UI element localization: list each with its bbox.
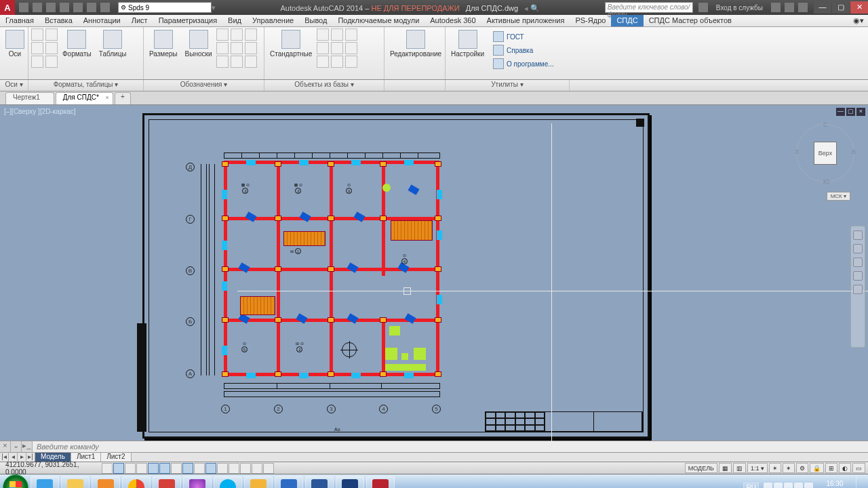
task-app3[interactable] [275,476,303,488]
tray-icon[interactable] [764,483,772,489]
infer-toggle[interactable] [102,463,113,474]
3dosnap-toggle[interactable] [171,463,182,474]
standard-button[interactable]: Стандартные [267,28,315,59]
qat-save-icon[interactable] [46,3,56,12]
lock-ui-icon[interactable]: 🔒 [810,463,824,473]
task-outlook[interactable] [244,476,273,488]
panel-label-annotations[interactable]: Обозначения ▾ [144,80,264,91]
qat-new-icon[interactable] [19,3,28,12]
model-space-button[interactable]: МОДЕЛЬ [685,463,717,473]
vp-minimize-icon[interactable]: — [836,108,845,116]
task-autocad[interactable] [366,476,395,488]
grid-toggle[interactable] [125,463,136,474]
panel-label-formats[interactable]: Форматы, таблицы ▾ [28,80,144,91]
menu-home[interactable]: Главная [0,15,39,26]
mini-icon[interactable] [31,28,43,41]
qat-plot-icon[interactable] [73,3,83,12]
menu-plugins[interactable]: Подключаемые модули [332,15,425,26]
nav-showmotion-icon[interactable] [853,285,863,294]
cmd-close-icon[interactable]: × [0,441,11,452]
status-icon[interactable]: ▥ [733,463,746,473]
dyn-toggle[interactable] [205,463,216,474]
tray-network-icon[interactable] [794,483,803,489]
panel-label-util[interactable]: Утилиты ▾ [446,80,570,91]
close-button[interactable]: ✕ [850,1,868,14]
menu-output[interactable]: Вывод [299,15,332,26]
am-toggle[interactable] [263,463,274,474]
tray-icon[interactable] [784,483,793,489]
cmd-config-icon[interactable]: ⌄ [11,441,22,452]
task-app1[interactable] [153,476,181,488]
polar-toggle[interactable] [148,463,159,474]
autodesk360-icon[interactable] [698,3,708,12]
task-explorer[interactable] [61,476,90,488]
task-ie[interactable] [31,476,59,488]
menu-a360[interactable]: Autodesk 360 [425,15,481,26]
qat-open-icon[interactable] [33,3,42,12]
about-link[interactable]: О программе... [493,58,554,69]
formats-button[interactable]: Форматы [60,28,94,59]
doc-tab-1[interactable]: Чертеж1 [5,92,54,104]
task-chrome[interactable] [122,476,151,488]
menu-manage[interactable]: Управление [247,15,299,26]
ducs-toggle[interactable] [194,463,205,474]
app-logo[interactable]: A [0,0,15,15]
menu-layout[interactable]: Лист [126,15,153,26]
sign-in-link[interactable]: Вход в службы [713,4,766,12]
menu-spds[interactable]: СПДС [611,15,643,26]
nav-orbit-icon[interactable] [853,271,863,281]
tpy-toggle[interactable] [229,463,239,474]
panel-label-axes[interactable]: Оси ▾ [0,80,28,91]
command-input[interactable] [33,441,868,452]
exchange-icon[interactable] [771,3,781,12]
help-search-input[interactable]: Введите ключевое слово/фразу [605,2,693,13]
workspace-icon[interactable]: ⚙ [796,463,808,473]
show-desktop-button[interactable] [856,477,861,488]
gost-link[interactable]: ГОСТ [493,31,554,42]
isolate-icon[interactable]: ◐ [839,463,851,473]
tray-volume-icon[interactable] [804,483,813,489]
task-skype[interactable] [214,476,242,488]
status-icon[interactable]: ▦ [719,463,732,473]
snap-toggle[interactable] [113,463,124,474]
nav-wheel-icon[interactable] [853,230,863,240]
menu-insert[interactable]: Вставка [39,15,78,26]
doc-tab-2[interactable]: Для СПДС*× [56,92,113,104]
menu-annotate[interactable]: Аннотации [78,15,126,26]
menu-ps-core[interactable]: PS-Ядро [570,15,611,26]
menu-parametric[interactable]: Параметризация [153,15,222,26]
anno-scale-button[interactable]: 1:1 ▾ [747,463,768,473]
dimensions-button[interactable]: Размеры [146,28,180,59]
ucs-dropdown[interactable]: МСК ▾ [827,192,850,201]
maximize-button[interactable]: ▢ [832,1,850,14]
stay-connected-icon[interactable] [785,3,794,12]
nav-pan-icon[interactable] [853,244,863,253]
anno-vis-icon[interactable]: ✶ [769,463,781,473]
qat-undo-icon[interactable] [87,3,96,12]
clean-screen-icon[interactable]: ▭ [852,463,865,473]
hardware-accel-icon[interactable]: ⊞ [825,463,837,473]
axes-button[interactable]: Оси [3,28,27,59]
clock[interactable]: 16:3025.03.2015 [818,480,852,488]
style-dropdown[interactable]: Spds 9 [118,2,212,13]
settings-button[interactable]: Настройки [448,28,487,59]
ortho-toggle[interactable] [136,463,147,474]
minimize-button[interactable]: — [814,1,831,14]
start-button[interactable] [3,474,28,488]
panel-label-base[interactable]: Объекты из базы ▾ [264,80,384,91]
close-tab-icon[interactable]: × [106,94,109,101]
sc-toggle[interactable] [252,463,262,474]
task-word[interactable] [305,476,334,488]
lwt-toggle[interactable] [217,463,228,474]
leaders-button[interactable]: Выноски [182,28,215,59]
language-indicator[interactable]: RU [743,483,758,489]
menu-view[interactable]: Вид [222,15,247,26]
otrack-toggle[interactable] [182,463,193,474]
task-app2[interactable] [183,476,212,488]
nav-zoom-icon[interactable] [853,258,863,267]
layout-sheet2-tab[interactable]: Лист2 [101,453,131,462]
help-link[interactable]: Справка [493,45,554,56]
menu-spds-master[interactable]: СПДС Мастер объектов [644,15,737,26]
ribbon-collapse-icon[interactable]: ◉▾ [849,15,868,26]
anno-auto-icon[interactable]: ✶ [783,463,795,473]
